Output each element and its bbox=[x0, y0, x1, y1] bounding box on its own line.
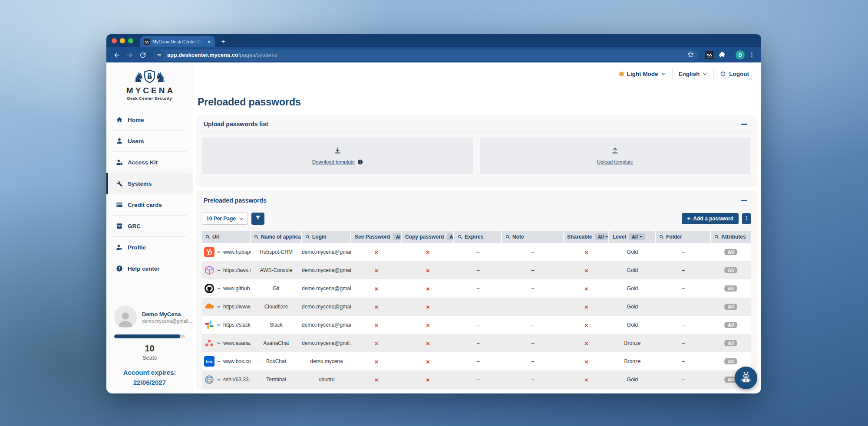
column-header-shareable[interactable]: ShareableAll bbox=[564, 231, 609, 243]
logout-button[interactable]: Logout bbox=[714, 71, 755, 77]
chevron-down-icon[interactable] bbox=[217, 250, 221, 254]
chevron-down-icon[interactable] bbox=[217, 359, 221, 364]
upload-template-link[interactable]: Upload template bbox=[597, 159, 634, 164]
browser-tab-bar: MyCena Desk Center Console × + bbox=[106, 34, 761, 47]
login-cell: ubuntu bbox=[302, 377, 351, 383]
sidebar-item-label: Systems bbox=[128, 180, 152, 187]
attributes-all-pill[interactable]: All bbox=[724, 358, 737, 364]
tab-close-icon[interactable]: × bbox=[206, 39, 211, 45]
upload-icon bbox=[611, 147, 619, 154]
attributes-cell: All bbox=[711, 340, 751, 346]
table-row-aws-console[interactable]: https://aws.amaAWS-Consoledemo.mycena@gm… bbox=[202, 261, 751, 279]
address-bar[interactable]: app.deskcenter.mycena.co/pages/systems bbox=[153, 49, 698, 61]
column-header-folder[interactable]: Folder bbox=[656, 231, 711, 243]
sidebar-item-systems[interactable]: Systems bbox=[106, 173, 193, 194]
support-robot-button[interactable] bbox=[735, 367, 757, 389]
attributes-all-pill[interactable]: All bbox=[724, 285, 737, 292]
new-tab-button[interactable]: + bbox=[221, 38, 225, 45]
upload-template-panel[interactable]: Upload template bbox=[480, 138, 750, 174]
attributes-all-pill[interactable]: All bbox=[724, 322, 737, 328]
horse-left-icon: ♞ bbox=[132, 71, 145, 84]
sidebar-item-users[interactable]: Users bbox=[106, 131, 193, 151]
upload-passwords-card: Upload passwords list Download template bbox=[197, 115, 756, 185]
table-row-boxchat[interactable]: boxwww.box.comBoxChatdemo.mycena××––×Bro… bbox=[202, 352, 751, 370]
chevron-down-icon[interactable] bbox=[217, 305, 221, 309]
collapse-table-card-button[interactable] bbox=[741, 200, 747, 201]
column-label: Name of applicatio bbox=[261, 234, 302, 240]
download-template-link[interactable]: Download template bbox=[312, 159, 355, 164]
filter-all-badge[interactable]: All bbox=[447, 233, 454, 240]
filter-button[interactable] bbox=[251, 213, 264, 225]
chevron-down-icon[interactable] bbox=[217, 323, 221, 327]
column-header-login[interactable]: Login bbox=[302, 231, 351, 243]
table-row-asanachat[interactable]: www.asana.comAsanaChatdemo.mycena@gmil..… bbox=[202, 334, 751, 352]
language-selector[interactable]: English bbox=[673, 71, 714, 77]
attributes-all-pill[interactable]: All bbox=[724, 340, 737, 346]
column-header-name-of-applicatio[interactable]: Name of applicatio bbox=[251, 231, 302, 243]
minimize-window-button[interactable] bbox=[120, 38, 125, 43]
table-row-git[interactable]: www.github.corGitdeme.mycena@gmai...××––… bbox=[202, 279, 751, 298]
reload-icon[interactable] bbox=[137, 49, 149, 61]
url-text: app.deskcenter.mycena.co/pages/systems bbox=[167, 52, 277, 58]
sidebar-item-profile[interactable]: Profile bbox=[106, 237, 193, 258]
filter-all-badge[interactable]: All bbox=[629, 233, 645, 240]
collapse-upload-card-button[interactable] bbox=[741, 124, 747, 125]
column-header-url[interactable]: Url bbox=[202, 231, 251, 243]
see-password-status: × bbox=[351, 303, 402, 311]
mycena-extension-icon[interactable] bbox=[705, 51, 713, 59]
account-expiry-date: 22/06/2027 bbox=[114, 378, 185, 388]
forward-icon[interactable] bbox=[124, 49, 136, 61]
attributes-all-pill[interactable]: All bbox=[724, 267, 737, 273]
info-icon[interactable] bbox=[357, 159, 363, 165]
browser-toolbar: app.deskcenter.mycena.co/pages/systems D bbox=[106, 47, 761, 62]
column-label: Expires bbox=[465, 234, 483, 240]
table-row-hubspot-crm[interactable]: www.hubspot.cHubspot-CRMdemo.mycena@gmai… bbox=[202, 243, 751, 261]
sidebar-item-home[interactable]: Home bbox=[106, 109, 193, 130]
column-header-level[interactable]: LevelAll bbox=[609, 231, 656, 243]
table-more-actions-button[interactable] bbox=[742, 213, 751, 224]
level-cell: Gold bbox=[609, 285, 656, 292]
back-icon[interactable] bbox=[111, 49, 123, 61]
table-row-cloudflare[interactable]: https://www.clcCloudflaredemo.mycena@gma… bbox=[202, 298, 751, 316]
caret-down-icon bbox=[640, 236, 642, 238]
per-page-select[interactable]: 10 Per Page bbox=[202, 213, 248, 225]
attributes-all-pill[interactable]: All bbox=[724, 249, 737, 255]
sidebar-item-access-kit[interactable]: Access Kit bbox=[106, 152, 193, 173]
sidebar-item-help-center[interactable]: ?Help center bbox=[106, 258, 193, 279]
download-template-panel[interactable]: Download template bbox=[202, 138, 473, 174]
column-label: See Password bbox=[355, 234, 390, 240]
robot-icon bbox=[739, 371, 752, 385]
table-row-slack[interactable]: https://slack.corSlackdemo.mycena@gmai..… bbox=[202, 316, 751, 334]
chevron-down-icon[interactable] bbox=[217, 268, 221, 272]
close-window-button[interactable] bbox=[112, 38, 117, 43]
filter-all-badge[interactable]: All bbox=[393, 233, 402, 240]
maximize-window-button[interactable] bbox=[128, 38, 133, 43]
chevron-down-icon[interactable] bbox=[217, 341, 221, 345]
sidebar-item-credit-cards[interactable]: Credit cards bbox=[106, 194, 193, 215]
chevron-down-icon[interactable] bbox=[217, 377, 221, 382]
theme-selector[interactable]: Light Mode bbox=[613, 71, 672, 77]
attributes-cell: All bbox=[711, 285, 751, 292]
add-password-button[interactable]: + Add a password bbox=[682, 213, 739, 224]
expires-cell: – bbox=[454, 358, 502, 364]
bookmark-star-icon[interactable] bbox=[687, 51, 696, 59]
filter-all-badge[interactable]: All bbox=[595, 233, 609, 240]
browser-profile-avatar[interactable]: D bbox=[736, 50, 745, 59]
site-settings-icon[interactable] bbox=[155, 51, 164, 59]
chevron-down-icon[interactable] bbox=[217, 286, 221, 291]
column-header-copy-password[interactable]: Copy passwordAll bbox=[402, 231, 454, 243]
column-header-see-password[interactable]: See PasswordAll bbox=[351, 231, 402, 243]
column-header-note[interactable]: Note bbox=[502, 231, 564, 243]
extensions-puzzle-icon[interactable] bbox=[717, 50, 726, 60]
table-row-terminal[interactable]: ssh://63.33.209Terminalubuntu××––×Gold–A… bbox=[202, 370, 751, 389]
level-cell: Gold bbox=[609, 377, 656, 383]
column-header-expires[interactable]: Expires bbox=[454, 231, 502, 243]
browser-menu-icon[interactable] bbox=[746, 50, 757, 60]
url-cell: www.github.cor bbox=[223, 285, 251, 292]
attributes-all-pill[interactable]: All bbox=[724, 304, 737, 310]
sidebar-item-grc[interactable]: GRC bbox=[106, 216, 193, 236]
shareable-status: × bbox=[564, 376, 609, 383]
browser-tab[interactable]: MyCena Desk Center Console × bbox=[140, 36, 215, 47]
page-title: Preloaded passwords bbox=[198, 96, 761, 108]
column-header-attributes[interactable]: Attributes bbox=[711, 231, 751, 243]
